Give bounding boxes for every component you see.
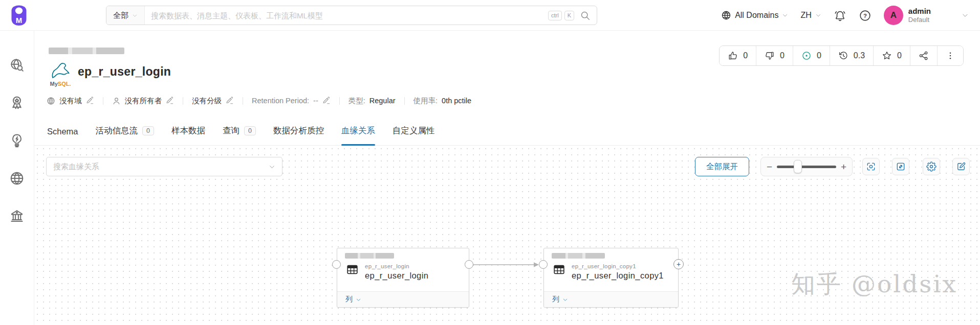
star-button[interactable]: 0	[873, 46, 910, 65]
watermark: 知乎 @oldsix	[791, 268, 957, 300]
zoom-slider-handle[interactable]	[794, 160, 802, 173]
lineage-search-placeholder: 搜索血缘关系	[53, 162, 99, 172]
node-columns-toggle[interactable]: 列	[337, 291, 469, 307]
gear-icon	[926, 161, 937, 172]
openmetadata-logo[interactable]: M	[9, 5, 29, 26]
divider	[103, 97, 103, 105]
domain-value: 没有域	[59, 96, 82, 106]
explore-globe-search-icon	[9, 57, 25, 73]
global-search-input[interactable]	[145, 6, 548, 25]
node-columns-toggle[interactable]: 列	[544, 291, 678, 307]
svg-text:MySQL.: MySQL.	[50, 81, 71, 87]
share-button[interactable]	[910, 46, 937, 65]
fit-to-screen-button[interactable]	[862, 158, 880, 175]
upvote-button[interactable]: 0	[720, 46, 756, 65]
quality-medal-icon	[9, 95, 25, 110]
globe-icon	[47, 97, 55, 105]
mysql-logo: MySQL.	[48, 59, 73, 88]
add-downstream-plus-icon[interactable]: +	[673, 259, 684, 269]
question-circle-icon: ?	[859, 9, 872, 22]
node-handle-left[interactable]	[539, 260, 548, 269]
zoom-out-button[interactable]: −	[767, 162, 772, 172]
table-icon	[345, 263, 359, 276]
downvote-count: 0	[780, 51, 785, 60]
sidebar-item-insights[interactable]	[9, 133, 25, 148]
zoom-slider-track[interactable]	[777, 166, 836, 168]
tab-activity-feed[interactable]: 活动信息流0	[96, 125, 154, 145]
breadcrumb	[49, 48, 124, 54]
meta-usage: 使用率: 0th pctile	[413, 96, 472, 106]
search-scope-select[interactable]: 全部	[106, 6, 145, 25]
tab-queries[interactable]: 查询0	[223, 125, 256, 145]
fullscreen-button[interactable]	[892, 158, 909, 175]
sidebar-item-quality[interactable]	[9, 95, 25, 110]
more-vertical-icon	[946, 51, 955, 61]
version-button[interactable]: 0.3	[830, 46, 873, 65]
node-handle-right[interactable]	[465, 260, 473, 269]
edit-lineage-button[interactable]	[952, 158, 970, 175]
lineage-search-select[interactable]: 搜索血缘关系	[46, 157, 282, 176]
tab-custom-properties[interactable]: 自定义属性	[393, 125, 435, 145]
lineage-node-source[interactable]: ep_r_user_login ep_r_user_login 列	[337, 248, 469, 308]
edit-pencil-icon[interactable]	[86, 97, 94, 105]
kbd-k: K	[564, 11, 574, 20]
chevron-down-icon	[562, 297, 568, 303]
meta-type: 类型: Regular	[349, 96, 396, 106]
user-menu[interactable]: A admin Default	[884, 6, 931, 25]
type-label: 类型:	[349, 96, 365, 106]
retention-label: Retention Period:	[252, 97, 309, 105]
main-content: MySQL. ep_r_user_login 0 0 0 0.3 0	[34, 31, 980, 325]
zoom-slider: − +	[760, 157, 853, 176]
chevron-down-icon[interactable]	[962, 12, 969, 19]
type-value: Regular	[369, 97, 396, 105]
edit-pencil-icon[interactable]	[226, 97, 234, 105]
downvote-button[interactable]: 0	[756, 46, 793, 65]
entity-stats-bar: 0 0 0 0.3 0	[719, 45, 964, 66]
expand-icon	[896, 161, 906, 172]
sidebar-item-explore[interactable]	[9, 57, 25, 73]
meta-owner: 没有所有者	[112, 96, 175, 106]
circle-dot-icon	[801, 51, 812, 61]
thumbs-down-icon	[765, 51, 775, 61]
thumbs-up-icon	[728, 51, 738, 61]
lineage-settings-button[interactable]	[923, 158, 940, 175]
focus-center-icon	[866, 161, 876, 172]
entity-tabs: Schema 活动信息流0 样本数据 查询0 数据分析质控 血缘关系 自定义属性	[34, 117, 980, 146]
edit-pencil-icon[interactable]	[166, 97, 174, 105]
tab-sample-data[interactable]: 样本数据	[171, 125, 205, 145]
zoom-in-button[interactable]: +	[841, 162, 846, 172]
owner-value: 没有所有者	[125, 96, 162, 106]
tab-badge: 0	[244, 126, 256, 136]
svg-text:M: M	[16, 16, 23, 25]
tab-lineage[interactable]: 血缘关系	[341, 125, 375, 145]
search-icon[interactable]	[580, 10, 591, 21]
node-header-redacted	[552, 253, 605, 259]
user-role: Default	[908, 16, 931, 24]
tasks-button[interactable]: 0	[793, 46, 830, 65]
lineage-canvas[interactable]: 搜索血缘关系 全部展开 − +	[34, 146, 980, 325]
divider	[404, 97, 405, 105]
share-icon	[919, 51, 929, 61]
tier-value: 没有分级	[192, 96, 222, 106]
more-actions-button[interactable]	[937, 46, 963, 65]
notifications-button[interactable]	[834, 9, 846, 22]
bell-icon	[834, 9, 846, 22]
edit-pencil-icon[interactable]	[322, 97, 331, 105]
tab-schema[interactable]: Schema	[47, 127, 78, 145]
meta-domain: 没有域	[47, 96, 94, 106]
lineage-node-target[interactable]: ep_r_user_login_copy1 ep_r_user_login_co…	[543, 248, 679, 308]
language-select[interactable]: ZH	[800, 11, 821, 20]
tab-profiler[interactable]: 数据分析质控	[273, 125, 324, 145]
all-domains-select[interactable]: All Domains	[721, 10, 788, 20]
tasks-count: 0	[817, 51, 821, 60]
node-handle-left[interactable]	[332, 260, 341, 269]
sidebar-item-govern[interactable]	[9, 208, 25, 224]
left-sidebar	[0, 31, 34, 325]
divider	[183, 97, 183, 105]
topbar-right: All Domains ZH ? A admin Default	[721, 0, 969, 31]
expand-all-button[interactable]: 全部展开	[695, 157, 749, 176]
all-domains-label: All Domains	[735, 11, 778, 20]
help-button[interactable]: ?	[859, 9, 872, 22]
govern-bank-icon	[9, 208, 25, 224]
sidebar-item-domains[interactable]	[9, 171, 25, 186]
